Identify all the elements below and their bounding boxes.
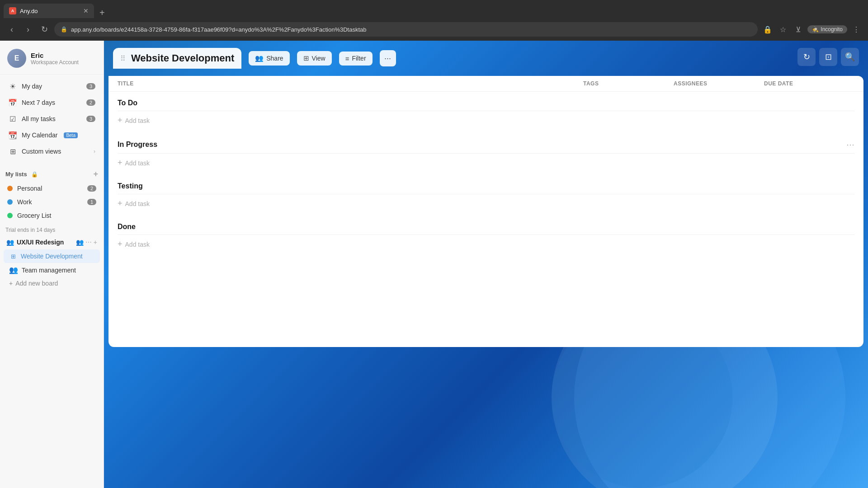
filter-label: Filter [352, 55, 366, 62]
nav-section: ☀ My day 3 📅 Next 7 days 2 ☑ All my task… [0, 75, 104, 163]
todo-title: To Do [118, 99, 137, 107]
new-tab-button[interactable]: + [96, 8, 108, 18]
workspace-people-icon[interactable]: 👥 [76, 239, 84, 246]
browser-chrome: A Any.do ✕ + ‹ › ↻ 🔒 app.any.do/boards/e… [0, 0, 868, 41]
board-header-left: ⠿ Website Development [113, 48, 241, 69]
back-button[interactable]: ‹ [5, 23, 18, 36]
section-todo: To Do + Add task [108, 92, 863, 132]
website-development-label: Website Development [21, 253, 83, 260]
in-progress-add-plus-icon: + [118, 158, 123, 168]
testing-add-label: Add task [125, 200, 150, 207]
in-progress-title-row: In Progress ⋯ [108, 132, 863, 153]
list-item-grocery[interactable]: Grocery List [2, 209, 102, 222]
testing-add-task-button[interactable]: + Add task [108, 194, 863, 216]
team-management-label: Team management [22, 267, 76, 274]
sidebar-item-website-development[interactable]: ⊞ Website Development [4, 249, 100, 263]
view-button[interactable]: ⊞ View [297, 51, 332, 66]
col-due-date-header: DUE DATE [764, 80, 854, 87]
chevron-right-icon: › [94, 148, 95, 155]
sidebar-item-calendar[interactable]: 📆 My Calendar Beta [4, 127, 100, 143]
workspace-section: 👥 UX/UI Redesign 👥 ⋯ + ⊞ Website Develop… [0, 235, 104, 290]
add-board-label: Add new board [15, 280, 58, 287]
grocery-label: Grocery List [17, 212, 51, 219]
workspace-add-icon[interactable]: + [94, 239, 97, 246]
next-7-days-label: Next 7 days [22, 99, 55, 106]
testing-title-row: Testing [108, 175, 863, 194]
done-add-task-button[interactable]: + Add task [108, 235, 863, 256]
todo-add-plus-icon: + [118, 116, 123, 125]
workspace-title: 👥 UX/UI Redesign [6, 239, 64, 246]
search-top-button[interactable]: 🔍 [841, 48, 859, 66]
sidebar-item-team-management[interactable]: 👥 Team management [4, 263, 100, 277]
workspace-icon: 👥 [6, 239, 14, 246]
add-new-board-button[interactable]: + Add new board [4, 277, 100, 290]
workspace-header[interactable]: 👥 UX/UI Redesign 👥 ⋯ + [2, 235, 102, 249]
section-in-progress: In Progress ⋯ + Add task [108, 132, 863, 175]
done-add-label: Add task [125, 241, 150, 248]
in-progress-more-icon[interactable]: ⋯ [846, 140, 854, 150]
my-lists-lock-icon: 🔒 [31, 171, 38, 178]
in-progress-add-task-button[interactable]: + Add task [108, 154, 863, 175]
share-button[interactable]: 👥 Share [249, 51, 289, 66]
custom-views-icon: ⊞ [8, 147, 17, 156]
address-bar[interactable]: 🔒 app.any.do/boards/e244158a-3728-4759-8… [54, 22, 758, 37]
avatar: E [7, 49, 26, 68]
grocery-dot-icon [7, 213, 13, 218]
list-item-work[interactable]: Work 1 [2, 195, 102, 209]
forward-button[interactable]: › [22, 23, 34, 36]
list-item-personal[interactable]: Personal 2 [2, 182, 102, 195]
all-tasks-badge: 3 [86, 116, 95, 122]
more-options-icon[interactable]: ⋮ [850, 23, 863, 36]
personal-dot-icon [7, 186, 13, 191]
active-tab[interactable]: A Any.do ✕ [4, 4, 94, 18]
tab-close-button[interactable]: ✕ [83, 7, 89, 14]
user-section: E Eric Workspace Account [0, 41, 104, 75]
app: E Eric Workspace Account ☀ My day 3 📅 Ne… [0, 41, 868, 488]
tab-search-icon[interactable]: ⊻ [792, 23, 805, 36]
layout-top-button[interactable]: ⊡ [819, 48, 837, 66]
my-day-label: My day [22, 83, 42, 90]
testing-add-plus-icon: + [118, 199, 123, 208]
lock-icon: 🔒 [61, 26, 67, 33]
in-progress-title: In Progress [118, 141, 157, 149]
calendar-label: My Calendar [22, 131, 57, 139]
refresh-top-button[interactable]: ↻ [797, 48, 816, 66]
more-options-button[interactable]: ··· [380, 50, 396, 66]
add-board-plus-icon: + [9, 280, 13, 287]
personal-count: 2 [87, 185, 96, 192]
board-icon: ⊞ [9, 252, 17, 260]
workspace-name: UX/UI Redesign [17, 239, 64, 246]
sidebar-item-all-tasks[interactable]: ☑ All my tasks 3 [4, 111, 100, 127]
sidebar-item-next-7-days[interactable]: 📅 Next 7 days 2 [4, 94, 100, 111]
todo-add-task-button[interactable]: + Add task [108, 111, 863, 132]
browser-tabs: A Any.do ✕ + [0, 0, 868, 18]
columns-header: TITLE TAGS ASSIGNEES DUE DATE [108, 76, 863, 92]
done-title: Done [118, 223, 136, 231]
work-dot-icon [7, 199, 13, 205]
calendar-icon: 📆 [8, 131, 17, 140]
top-right-actions: ↻ ⊡ 🔍 [797, 48, 859, 66]
refresh-button[interactable]: ↻ [38, 23, 51, 36]
my-day-badge: 3 [86, 83, 95, 89]
main-content: ⠿ Website Development 👥 Share ⊞ View ≡ F… [104, 41, 868, 488]
incognito-label: Incognito [821, 26, 843, 33]
team-icon: 👥 [9, 266, 18, 274]
workspace-more-icon[interactable]: ⋯ [85, 239, 92, 246]
filter-button[interactable]: ≡ Filter [339, 52, 373, 66]
url-text: app.any.do/boards/e244158a-3728-4759-86f… [71, 26, 367, 33]
beta-badge: Beta [64, 132, 78, 138]
sidebar-item-my-day[interactable]: ☀ My day 3 [4, 78, 100, 94]
bookmark-icon[interactable]: ☆ [777, 23, 789, 36]
done-add-plus-icon: + [118, 239, 123, 249]
custom-views-label: Custom views [22, 148, 61, 155]
next-7-days-icon: 📅 [8, 98, 17, 107]
add-list-button[interactable]: + [93, 169, 98, 179]
extension-icon[interactable]: 🔒 [761, 23, 774, 36]
board-handle-icon[interactable]: ⠿ [120, 54, 126, 63]
section-testing: Testing + Add task [108, 175, 863, 216]
browser-toolbar: ‹ › ↻ 🔒 app.any.do/boards/e244158a-3728-… [0, 18, 868, 41]
testing-title: Testing [118, 182, 143, 190]
all-tasks-label: All my tasks [22, 115, 56, 122]
sidebar-item-custom-views[interactable]: ⊞ Custom views › [4, 143, 100, 160]
board-panel: TITLE TAGS ASSIGNEES DUE DATE To Do + Ad… [108, 76, 863, 347]
